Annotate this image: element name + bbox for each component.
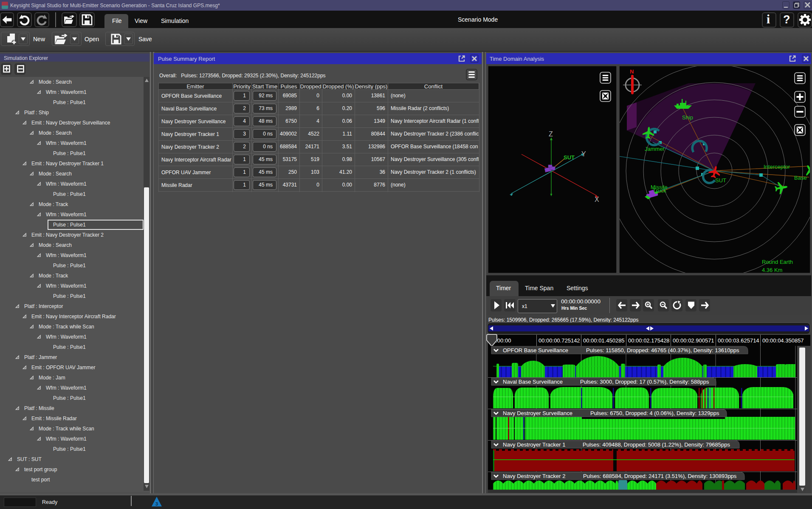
svg-text:Navy Destroyer Surveillance: Navy Destroyer Surveillance [503, 410, 572, 416]
svg-text:4.36 Km: 4.36 Km [762, 267, 782, 273]
svg-text:Pulses: 409488, Dropped: 5008: Pulses: 409488, Dropped: 5008 (1.22%), D… [583, 441, 730, 448]
svg-text:Truck: Truck [653, 187, 667, 194]
svg-text:Interceptor: Interceptor [764, 164, 790, 170]
svg-text:Ship: Ship [682, 114, 693, 121]
svg-text:Pulses: 115850, Dropped: 46765: Pulses: 115850, Dropped: 46765 (40.37%),… [586, 347, 739, 353]
svg-text:Naval Base Surveillance: Naval Base Surveillance [503, 379, 563, 385]
svg-text:3: 3 [155, 501, 158, 506]
svg-text:Base: Base [794, 175, 807, 181]
svg-text:OPFOR Base Surveillance: OPFOR Base Surveillance [503, 347, 568, 353]
svg-text:Pulses: 3000, Dropped: 17 (0.5: Pulses: 3000, Dropped: 17 (0.57%), Densi… [580, 379, 709, 385]
svg-text:N: N [630, 68, 634, 75]
svg-text:Navy Destroyer Tracker 1: Navy Destroyer Tracker 1 [503, 441, 565, 448]
svg-text:Jammer: Jammer [645, 146, 665, 152]
svg-text:Z: Z [549, 130, 553, 138]
svg-text:X: X [595, 196, 599, 203]
svg-text:Navy Destroyer Tracker 2: Navy Destroyer Tracker 2 [503, 473, 565, 479]
svg-text:Round Earth: Round Earth [762, 259, 793, 265]
svg-text:Y: Y [581, 150, 586, 158]
svg-text:Pulses: 688584, Dropped: 24171: Pulses: 688584, Dropped: 24171 (3.51%), … [583, 473, 737, 479]
svg-text:SUT: SUT [715, 177, 726, 184]
svg-text:SUT: SUT [564, 154, 575, 161]
svg-text:Pulses: 6750, Dropped: 4 (0.06: Pulses: 6750, Dropped: 4 (0.06%), Densit… [590, 410, 719, 416]
